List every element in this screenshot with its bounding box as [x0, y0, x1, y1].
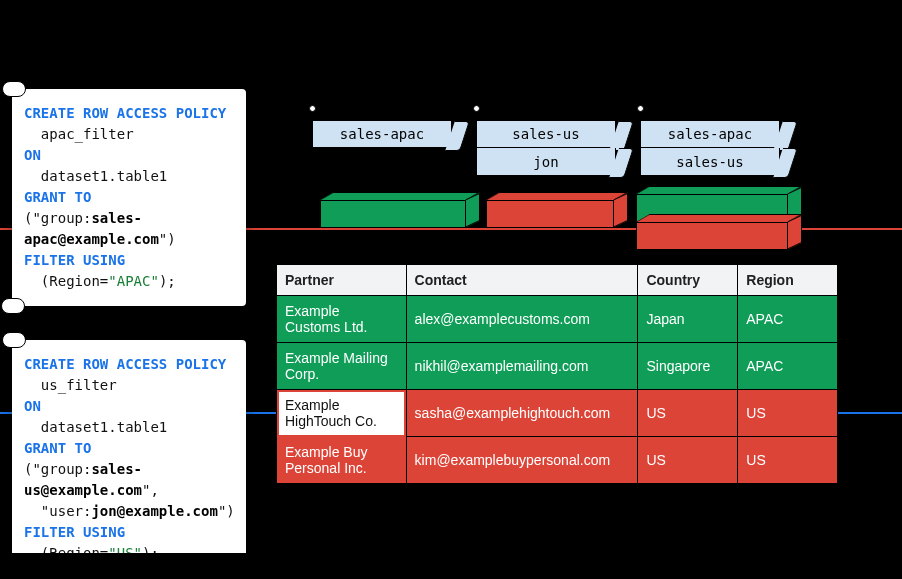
table-row: Example Buy Personal Inc. kim@examplebuy… — [277, 437, 838, 484]
flag-sales-us: sales-us — [476, 120, 616, 148]
code-line: CREATE ROW ACCESS POLICY — [24, 103, 236, 124]
col-partner: Partner — [277, 265, 407, 296]
bottom-bar — [0, 553, 902, 579]
code-line: ON — [24, 145, 236, 166]
filtered-table: Partner Contact Country Region Example C… — [276, 264, 838, 484]
code-line: (Region="APAC"); — [24, 271, 236, 292]
col-contact: Contact — [406, 265, 638, 296]
policy-card-apac: CREATE ROW ACCESS POLICY apac_filter ON … — [12, 89, 246, 306]
highlighted-partner-cell: Example HighTouch Co. — [277, 390, 407, 437]
code-line: ("group:sales-us@example.com", — [24, 459, 236, 501]
col-country: Country — [638, 265, 738, 296]
scroll-icon — [1, 298, 25, 314]
flag-group-us-jon: sales-us jon — [476, 120, 616, 176]
table-row: Example Customs Ltd. alex@examplecustoms… — [277, 296, 838, 343]
view-slab-us-jon — [486, 200, 614, 228]
view-slab-both-us — [636, 222, 788, 250]
code-line: FILTER USING — [24, 522, 236, 543]
code-line: apac_filter — [24, 124, 236, 145]
code-line: "user:jon@example.com") — [24, 501, 236, 522]
flag-group-both: sales-apac sales-us — [640, 120, 780, 176]
table-header-row: Partner Contact Country Region — [277, 265, 838, 296]
col-region: Region — [738, 265, 838, 296]
policy-card-us: CREATE ROW ACCESS POLICY us_filter ON da… — [12, 340, 246, 578]
flag-sales-apac: sales-apac — [312, 120, 452, 148]
code-line: us_filter — [24, 375, 236, 396]
table-row: Example Mailing Corp. nikhil@examplemail… — [277, 343, 838, 390]
scroll-icon — [2, 81, 26, 97]
code-line: GRANT TO — [24, 438, 236, 459]
code-line: CREATE ROW ACCESS POLICY — [24, 354, 236, 375]
table-row: Example HighTouch Co. sasha@examplehight… — [277, 390, 838, 437]
flag-group-apac: sales-apac — [312, 120, 452, 148]
view-slab-apac — [320, 200, 466, 228]
flag-sales-apac: sales-apac — [640, 120, 780, 148]
flag-jon: jon — [476, 148, 616, 176]
code-line: GRANT TO — [24, 187, 236, 208]
flag-sales-us: sales-us — [640, 148, 780, 176]
code-line: dataset1.table1 — [24, 417, 236, 438]
code-line: FILTER USING — [24, 250, 236, 271]
code-line: dataset1.table1 — [24, 166, 236, 187]
code-line: ("group:sales-apac@example.com") — [24, 208, 236, 250]
scroll-icon — [2, 332, 26, 348]
code-line: ON — [24, 396, 236, 417]
